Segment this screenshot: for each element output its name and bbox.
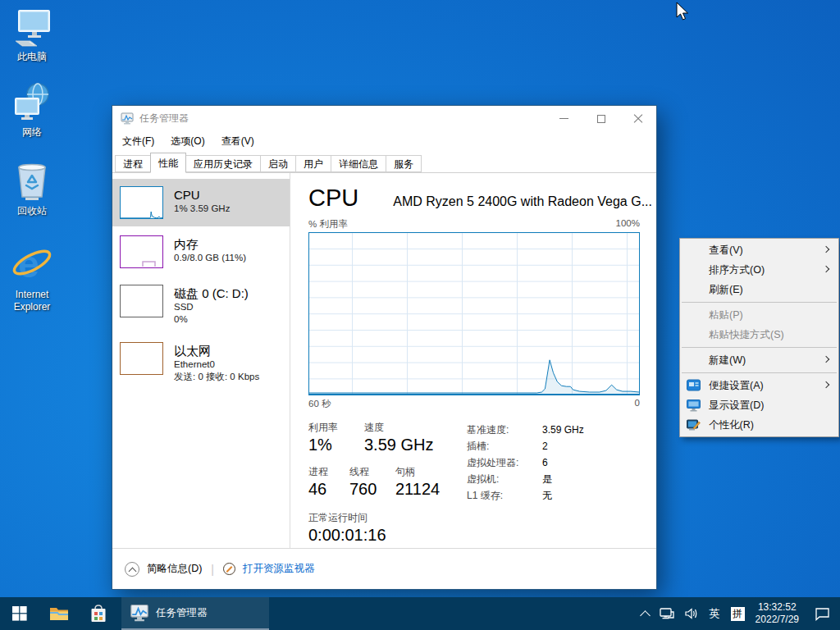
submenu-arrow-icon: [823, 356, 829, 363]
context-menu-item-new[interactable]: 新建(W): [680, 350, 838, 370]
fewer-details-toggle[interactable]: 简略信息(D): [147, 562, 202, 576]
menu-file[interactable]: 文件(F): [122, 135, 154, 148]
stat-value-uptime: 0:00:01:16: [308, 524, 454, 546]
stat-value-handles: 21124: [395, 478, 440, 500]
network-tray-icon[interactable]: [660, 607, 674, 620]
open-resource-monitor-link[interactable]: 打开资源监视器: [243, 562, 315, 576]
file-explorer-icon: [49, 605, 69, 622]
task-manager-window: 任务管理器 文件(F) 选项(O) 查看(V) 进程 性能 应用历史记录 启动 …: [112, 105, 657, 590]
cpu-graph-area: [309, 233, 639, 394]
clock-time: 13:32:52: [756, 601, 799, 614]
context-menu-item-display-settings[interactable]: 显示设置(D): [680, 395, 838, 415]
context-menu-item-sort-by[interactable]: 排序方式(O): [680, 260, 838, 280]
cpu-model-name: AMD Ryzen 5 2400G with Radeon Vega G...: [393, 194, 652, 209]
desktop-icon-this-pc[interactable]: 此电脑: [5, 8, 59, 63]
context-menu-item-quick-settings[interactable]: 便捷设置(A): [680, 376, 838, 395]
sidebar-item-name: 内存: [174, 236, 246, 252]
menu-options[interactable]: 选项(O): [171, 135, 204, 148]
minimize-icon: [559, 118, 568, 119]
desktop-icon-label: Internet Explorer: [5, 289, 59, 313]
spec-label-virtual-processors: 虚拟处理器:: [467, 454, 542, 471]
task-manager-app-icon: [130, 604, 149, 622]
performance-content: CPU 1% 3.59 GHz 内存 0.9/8.0 GB (11%): [112, 173, 656, 548]
taskbar-app-task-manager[interactable]: 任务管理器: [121, 597, 269, 630]
spec-value-base-speed: 3.59 GHz: [542, 422, 584, 438]
ime-mode-indicator[interactable]: 拼: [731, 607, 745, 621]
action-center-icon[interactable]: [815, 607, 830, 621]
taskbar-clock[interactable]: 13:32:52 2022/7/29: [756, 601, 799, 626]
tab-users[interactable]: 用户: [295, 155, 331, 172]
window-title: 任务管理器: [139, 112, 546, 126]
display-settings-icon: [687, 399, 701, 412]
sidebar-item-detail: 1% 3.59 GHz: [174, 203, 230, 215]
recycle-bin-icon: [14, 161, 50, 203]
ethernet-mini-graph: [121, 343, 162, 374]
graph-axis-utilization-label: % 利用率: [308, 218, 348, 231]
windows-logo-icon: [12, 606, 27, 621]
spec-value-virtual-machine: 是: [542, 471, 552, 487]
sidebar-item-cpu[interactable]: CPU 1% 3.59 GHz: [112, 179, 290, 226]
volume-tray-icon[interactable]: [685, 607, 699, 620]
close-button[interactable]: [619, 106, 656, 131]
menu-item-label: 查看(V): [709, 244, 743, 258]
cpu-utilization-graph[interactable]: [308, 232, 640, 395]
file-explorer-button[interactable]: [39, 597, 79, 630]
menu-bar: 文件(F) 选项(O) 查看(V): [112, 131, 656, 152]
maximize-button[interactable]: [582, 106, 619, 131]
context-menu-item-refresh[interactable]: 刷新(E): [680, 280, 838, 299]
sidebar-item-ethernet[interactable]: 以太网 Ethernet0 发送: 0 接收: 0 Kbps: [112, 335, 290, 390]
system-tray: 英 拼 13:32:52 2022/7/29: [641, 597, 840, 630]
cpu-panel: CPU AMD Ryzen 5 2400G with Radeon Vega G…: [290, 173, 656, 548]
show-hidden-icons-button[interactable]: [640, 610, 651, 621]
sidebar-item-memory[interactable]: 内存 0.9/8.0 GB (11%): [112, 228, 290, 276]
sidebar-item-name: 磁盘 0 (C: D:): [174, 285, 249, 301]
internet-explorer-icon: e: [11, 241, 53, 287]
submenu-arrow-icon: [823, 246, 829, 253]
tab-services[interactable]: 服务: [386, 155, 422, 172]
stat-value-processes: 46: [308, 478, 338, 500]
tab-processes[interactable]: 进程: [115, 155, 151, 172]
tab-app-history[interactable]: 应用历史记录: [185, 155, 261, 172]
context-menu-item-paste: 粘贴(P): [680, 305, 838, 325]
quick-settings-icon: [687, 379, 701, 392]
menu-item-label: 便捷设置(A): [709, 379, 764, 393]
sidebar-item-disk[interactable]: 磁盘 0 (C: D:) SSD 0%: [112, 277, 290, 333]
disk-mini-graph: [121, 285, 162, 317]
spec-label-base-speed: 基准速度:: [467, 422, 542, 438]
sidebar-item-name: CPU: [174, 187, 230, 203]
menu-separator: [682, 302, 837, 303]
personalize-icon: [687, 418, 701, 431]
start-button[interactable]: [0, 597, 39, 630]
desktop-context-menu: 查看(V) 排序方式(O) 刷新(E) 粘贴(P) 粘贴快捷方式(S) 新建(W…: [679, 238, 839, 437]
desktop[interactable]: 此电脑 网络 回收站 e Internet Explorer: [0, 0, 840, 630]
ime-language-indicator[interactable]: 英: [710, 606, 720, 621]
minimize-button[interactable]: [546, 106, 582, 131]
sidebar-item-detail: 0.9/8.0 GB (11%): [174, 252, 246, 264]
status-bar: 简略信息(D) | 打开资源监视器: [112, 548, 656, 589]
stat-label-uptime: 正常运行时间: [308, 511, 454, 524]
sidebar-item-name: 以太网: [174, 343, 259, 358]
stat-value-speed: 3.59 GHz: [364, 434, 433, 455]
context-menu-item-personalize[interactable]: 个性化(R): [680, 415, 838, 435]
desktop-icon-internet-explorer[interactable]: e Internet Explorer: [5, 241, 59, 313]
menu-item-label: 显示设置(D): [709, 399, 764, 413]
memory-mini-graph: [121, 236, 162, 267]
store-button[interactable]: [79, 597, 118, 630]
stat-label-handles: 句柄: [395, 465, 440, 478]
stat-value-threads: 760: [349, 478, 384, 500]
desktop-icon-network[interactable]: 网络: [5, 82, 59, 139]
desktop-icon-recycle-bin[interactable]: 回收站: [5, 161, 59, 217]
taskbar-app-label: 任务管理器: [156, 606, 208, 620]
tab-startup[interactable]: 启动: [260, 155, 296, 172]
spec-value-sockets: 2: [542, 438, 548, 454]
menu-item-label: 刷新(E): [709, 283, 743, 297]
tab-details[interactable]: 详细信息: [331, 155, 386, 172]
menu-view[interactable]: 查看(V): [221, 135, 254, 148]
resource-monitor-icon: [223, 563, 235, 575]
stat-label-threads: 线程: [349, 465, 384, 478]
context-menu-item-view[interactable]: 查看(V): [680, 240, 838, 260]
tab-performance[interactable]: 性能: [150, 153, 186, 173]
menu-item-label: 个性化(R): [709, 418, 754, 432]
menu-separator: [682, 372, 837, 373]
network-icon: [12, 82, 52, 125]
